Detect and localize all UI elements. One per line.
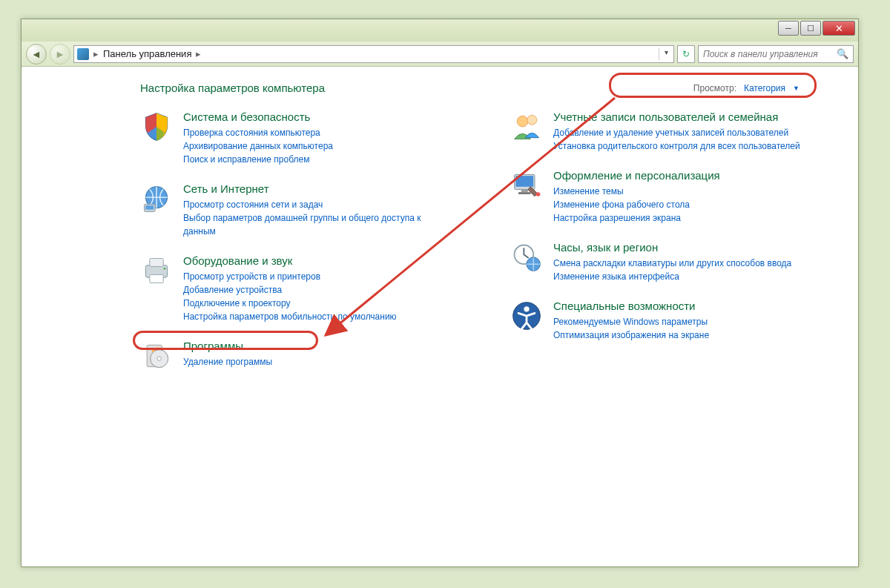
category-link[interactable]: Добавление и удаление учетных записей по…	[553, 126, 800, 139]
category-network: Сеть и Интернет Просмотр состояния сети …	[140, 182, 466, 238]
titlebar: ─ ☐ ✕	[22, 19, 858, 42]
category-title[interactable]: Специальные возможности	[553, 300, 709, 312]
chevron-down-icon: ▼	[793, 85, 800, 92]
svg-point-11	[517, 116, 528, 127]
window-controls: ─ ☐ ✕	[778, 21, 855, 36]
category-clock: Часы, язык и регион Смена раскладки клав…	[510, 241, 836, 283]
svg-point-12	[527, 115, 537, 125]
category-link[interactable]: Настройка параметров мобильности по умол…	[183, 310, 397, 323]
svg-point-21	[524, 306, 529, 311]
category-link[interactable]: Установка родительского контроля для все…	[553, 139, 800, 153]
address-dropdown-icon[interactable]: ▾	[659, 48, 670, 60]
control-panel-icon	[77, 48, 89, 60]
navbar: ◄ ► ▸ Панель управления ▸ ▾ ↻ 🔍	[22, 42, 858, 67]
search-input[interactable]	[703, 49, 837, 59]
back-button[interactable]: ◄	[26, 44, 47, 65]
category-appearance: Оформление и персонализация Изменение те…	[510, 169, 836, 225]
category-link[interactable]: Настройка разрешения экрана	[553, 211, 720, 225]
category-title[interactable]: Сеть и Интернет	[183, 182, 435, 195]
view-by-selector[interactable]: Просмотр: Категория ▼	[683, 80, 810, 96]
category-hardware: Оборудование и звук Просмотр устройств и…	[140, 254, 466, 323]
svg-point-10	[157, 357, 162, 361]
category-link[interactable]: Изменение языка интерфейса	[553, 270, 791, 283]
category-programs: Программы Удаление программы	[140, 340, 466, 372]
category-ease: Специальные возможности Рекомендуемые Wi…	[510, 300, 836, 342]
people-icon	[510, 110, 543, 143]
svg-rect-16	[518, 192, 531, 194]
category-link[interactable]: Просмотр устройств и принтеров	[183, 270, 397, 283]
category-link[interactable]: Удаление программы	[183, 355, 272, 369]
content-area: Настройка параметров компьютера Просмотр…	[22, 67, 858, 566]
category-link[interactable]: Архивирование данных компьютера	[183, 139, 333, 153]
category-link[interactable]: Подключение к проектору	[183, 297, 397, 310]
category-title[interactable]: Оборудование и звук	[183, 254, 397, 267]
breadcrumb-root[interactable]: Панель управления	[103, 48, 191, 59]
category-title[interactable]: Программы	[183, 340, 272, 352]
shield-icon	[140, 110, 173, 143]
refresh-button[interactable]: ↻	[677, 45, 695, 63]
view-by-value[interactable]: Категория	[744, 83, 785, 93]
search-icon[interactable]: 🔍	[837, 48, 848, 59]
category-link[interactable]: Оптимизация изображения на экране	[553, 328, 709, 342]
category-system: Система и безопасность Проверка состояни…	[140, 110, 466, 166]
disc-box-icon	[140, 340, 173, 372]
minimize-button[interactable]: ─	[778, 21, 799, 36]
breadcrumb-sep: ▸	[93, 48, 99, 59]
category-users: Учетные записи пользователей и семейная …	[510, 110, 836, 153]
svg-point-6	[164, 268, 166, 270]
monitor-paint-icon	[510, 169, 543, 202]
svg-rect-14	[515, 176, 533, 187]
breadcrumb-sep: ▸	[196, 48, 201, 59]
category-title[interactable]: Оформление и персонализация	[553, 169, 720, 182]
category-title[interactable]: Система и безопасность	[183, 110, 333, 123]
category-link[interactable]: Изменение темы	[553, 185, 720, 198]
clock-globe-icon	[510, 241, 543, 274]
view-by-label: Просмотр:	[693, 83, 736, 93]
svg-rect-5	[150, 275, 163, 283]
forward-button[interactable]: ►	[50, 44, 70, 65]
category-link[interactable]: Рекомендуемые Windows параметры	[553, 315, 709, 328]
svg-rect-2	[145, 205, 154, 210]
category-title[interactable]: Учетные записи пользователей и семейная	[553, 110, 800, 123]
category-link[interactable]: Выбор параметров домашней группы и общег…	[183, 211, 435, 238]
svg-rect-4	[150, 259, 163, 267]
category-link-add-device[interactable]: Добавление устройства	[183, 283, 397, 297]
left-column: Система и безопасность Проверка состояни…	[140, 110, 466, 389]
category-link[interactable]: Смена раскладки клавиатуры или других сп…	[553, 257, 791, 270]
right-column: Учетные записи пользователей и семейная …	[510, 110, 836, 389]
accessibility-icon	[510, 300, 543, 332]
category-link[interactable]: Просмотр состояния сети и задач	[183, 198, 435, 211]
category-link[interactable]: Поиск и исправление проблем	[183, 153, 333, 166]
printer-icon	[140, 254, 173, 287]
category-columns: Система и безопасность Проверка состояни…	[140, 110, 836, 389]
svg-point-17	[536, 192, 541, 196]
globe-network-icon	[140, 182, 173, 215]
search-box[interactable]: 🔍	[698, 45, 854, 63]
close-button[interactable]: ✕	[823, 21, 855, 36]
control-panel-window: ─ ☐ ✕ ◄ ► ▸ Панель управления ▸ ▾ ↻ 🔍 На…	[21, 19, 859, 567]
category-title[interactable]: Часы, язык и регион	[553, 241, 791, 254]
svg-rect-15	[521, 190, 528, 193]
maximize-button[interactable]: ☐	[800, 21, 821, 36]
category-link[interactable]: Изменение фона рабочего стола	[553, 198, 720, 211]
category-link[interactable]: Проверка состояния компьютера	[183, 126, 333, 139]
address-bar[interactable]: ▸ Панель управления ▸ ▾	[73, 45, 674, 63]
